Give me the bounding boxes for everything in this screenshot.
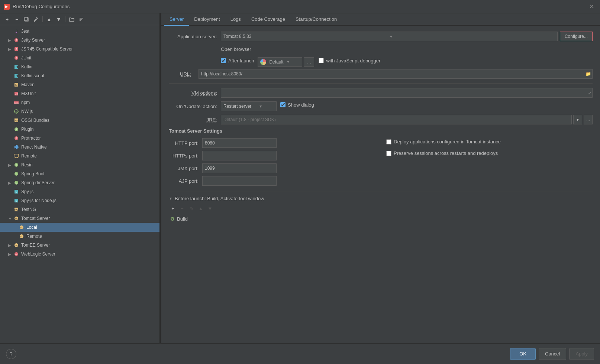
tree-item-tomee[interactable]: ▶ EE TomEE Server <box>0 241 159 250</box>
folder-button[interactable] <box>68 15 76 23</box>
tree-item-react-native[interactable]: React Native <box>0 143 159 152</box>
icon-tomcat: TC <box>13 215 19 221</box>
tree-item-spy-js[interactable]: S Spy-js <box>0 187 159 196</box>
on-update-select[interactable]: Restart server ▼ <box>221 101 277 111</box>
wrench-button[interactable] <box>32 15 40 23</box>
bl-down-button[interactable]: ▼ <box>206 204 214 212</box>
ok-button[interactable]: OK <box>510 348 536 360</box>
show-dialog-label[interactable]: Show dialog <box>288 102 314 108</box>
icon-remote <box>13 153 19 159</box>
sort-button[interactable] <box>77 15 86 23</box>
tree-item-spring-dm[interactable]: ▶ S Spring dmServer <box>0 178 159 187</box>
action-buttons: OK Cancel Apply <box>510 348 594 360</box>
tree-item-mxunit[interactable]: MX MXUnit <box>0 89 159 98</box>
browser-icon <box>260 59 266 65</box>
label-jest: Jest <box>21 29 29 34</box>
icon-jsr45: J <box>13 46 19 52</box>
js-debugger-checkbox[interactable] <box>319 58 324 63</box>
configure-button[interactable]: Configure... <box>560 32 593 41</box>
tab-deployment[interactable]: Deployment <box>189 13 225 26</box>
apply-button[interactable]: Apply <box>569 348 594 360</box>
svg-text:NG: NG <box>14 208 19 211</box>
tree-item-kotlin-script[interactable]: Kotlin script <box>0 71 159 80</box>
server-tab-content: Application server: Tomcat 8.5.33 ▼ Conf… <box>161 26 600 343</box>
bl-up-button[interactable]: ▲ <box>197 204 205 212</box>
ajp-port-label: AJP port: <box>169 178 202 184</box>
browser-ellipsis-button[interactable]: ... <box>304 57 314 67</box>
tree-item-testng[interactable]: NG TestNG <box>0 205 159 214</box>
open-browser-section: Open browser <box>169 45 593 55</box>
icon-spring-boot: S <box>13 171 19 177</box>
tree-item-jetty[interactable]: ▶ J Jetty Server <box>0 36 159 45</box>
icon-maven: M <box>13 82 19 88</box>
https-port-input[interactable] <box>202 151 277 160</box>
copy-config-button[interactable] <box>22 15 30 23</box>
svg-text:TC: TC <box>15 218 18 220</box>
jmx-port-input[interactable] <box>202 163 277 173</box>
tree-item-tomcat-remote[interactable]: TC Remote <box>0 232 159 241</box>
tree-item-jsr45[interactable]: ▶ J JSR45 Compatible Server <box>0 45 159 53</box>
tab-logs[interactable]: Logs <box>225 13 246 26</box>
browser-select[interactable]: Default ▼ <box>258 57 302 67</box>
tree-item-spring-boot[interactable]: S Spring Boot <box>0 169 159 178</box>
label-resin: Resin <box>21 162 33 168</box>
js-debugger-row: with JavaScript debugger <box>319 58 380 64</box>
preserve-sessions-checkbox[interactable] <box>386 151 391 156</box>
icon-npm: npm <box>13 100 19 105</box>
tree-item-resin[interactable]: ▶ R Resin <box>0 160 159 169</box>
tree-item-spy-js-node[interactable]: S Spy-js for Node.js <box>0 196 159 205</box>
tree-item-remote[interactable]: Remote <box>0 152 159 160</box>
tree-item-jest[interactable]: J Jest <box>0 27 159 36</box>
label-maven: Maven <box>21 82 35 87</box>
tab-server[interactable]: Server <box>164 13 189 26</box>
tab-code-coverage[interactable]: Code Coverage <box>246 13 290 26</box>
tree-item-tomcat[interactable]: ▼ TC Tomcat Server <box>0 214 159 223</box>
close-button[interactable]: ✕ <box>587 2 596 11</box>
label-testng: TestNG <box>21 207 36 212</box>
bl-add-button[interactable]: + <box>169 204 177 212</box>
tree-item-plugin[interactable]: P Plugin <box>0 125 159 134</box>
tree-item-junit[interactable]: J JUnit <box>0 53 159 62</box>
vm-options-input[interactable] <box>221 88 593 98</box>
ajp-port-input[interactable] <box>202 176 277 186</box>
icon-tomee: EE <box>13 242 19 248</box>
tree-item-kotlin[interactable]: Kotlin <box>0 62 159 71</box>
tree-item-tomcat-local[interactable]: TC Local <box>0 223 159 232</box>
tree-item-npm[interactable]: npm npm <box>0 98 159 107</box>
move-up-button[interactable]: ▲ <box>45 15 53 23</box>
tree-item-osgi[interactable]: OSG OSGi Bundles <box>0 116 159 125</box>
tab-startup[interactable]: Startup/Connection <box>290 13 342 26</box>
tree-item-protractor[interactable]: P Protractor <box>0 134 159 143</box>
js-debugger-label[interactable]: with JavaScript debugger <box>326 58 380 64</box>
app-server-select[interactable]: Tomcat 8.5.33 ▼ <box>221 32 558 41</box>
https-port-row: HTTPs port: <box>169 151 375 160</box>
tree-item-nwjs[interactable]: NW NW.js <box>0 107 159 116</box>
show-dialog-checkbox[interactable] <box>280 102 286 107</box>
url-input[interactable] <box>199 69 593 79</box>
jre-arrow-button[interactable]: ▼ <box>573 115 582 124</box>
svg-text:TC: TC <box>20 235 23 238</box>
tree-item-weblogic[interactable]: ▶ WL WebLogic Server <box>0 250 159 259</box>
add-config-button[interactable]: + <box>3 15 11 23</box>
jre-select[interactable]: Default (1.8 - project SDK) <box>221 115 572 124</box>
remove-config-button[interactable]: − <box>13 15 21 23</box>
http-port-input[interactable] <box>202 138 277 148</box>
bl-edit-button[interactable]: ✎ <box>187 204 196 212</box>
bl-remove-button[interactable]: − <box>178 204 186 212</box>
deploy-apps-label[interactable]: Deploy applications configured in Tomcat… <box>394 139 501 144</box>
preserve-sessions-label[interactable]: Preserve sessions across restarts and re… <box>394 150 498 156</box>
label-tomcat-remote: Remote <box>26 234 42 239</box>
svg-rect-0 <box>25 18 28 21</box>
deploy-apps-checkbox[interactable] <box>386 139 391 144</box>
tree-item-maven[interactable]: M Maven <box>0 80 159 89</box>
after-launch-checkbox[interactable] <box>221 58 226 63</box>
help-button[interactable]: ? <box>6 349 16 359</box>
after-launch-label[interactable]: After launch <box>228 58 254 64</box>
collapse-before-launch-icon[interactable]: ▼ <box>169 196 172 201</box>
move-down-button[interactable]: ▼ <box>55 15 63 23</box>
toolbar-separator-2 <box>65 16 65 22</box>
jre-dots-button[interactable]: ... <box>584 115 593 124</box>
svg-text:npm: npm <box>14 102 19 104</box>
cancel-button[interactable]: Cancel <box>539 348 566 360</box>
icon-nwjs: NW <box>13 108 19 114</box>
